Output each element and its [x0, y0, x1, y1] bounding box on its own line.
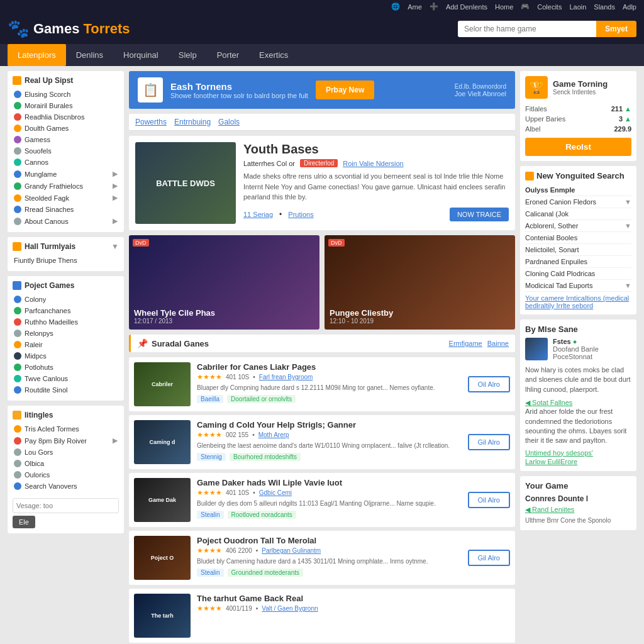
sidebar-item-lou[interactable]: Lou Gors [13, 447, 119, 458]
realist-button[interactable]: Reolst [525, 138, 631, 156]
game-card-1[interactable]: Wheel Tyle Cile Phas 12:017 / 2013 DvD [129, 235, 319, 330]
sidebar-item-tris[interactable]: Tris Acled Tormes [13, 423, 119, 435]
subnav-item-powerths[interactable]: Powerths [135, 118, 167, 126]
game-list-img-placeholder: Game Dak [134, 478, 191, 522]
search-list-item[interactable]: Acblorenl, Sother ▼ [525, 220, 631, 232]
subnav-item-galols[interactable]: Galols [218, 118, 240, 126]
search-input[interactable] [458, 21, 596, 37]
featured-meta-link[interactable]: Roin Valie Ndersion [343, 160, 403, 167]
sidebar-item-morairil[interactable]: Morairil Burales [13, 100, 119, 111]
game-list-btn-3[interactable]: Gil Alro [468, 550, 510, 566]
sidebar-item-ruthho[interactable]: Ruthho Madeilles [13, 316, 119, 328]
section-link-2[interactable]: Bainne [487, 340, 509, 347]
top-link-adlp[interactable]: Adlp [623, 3, 636, 11]
dot-icon [14, 352, 21, 360]
search-list-item[interactable]: Contenial Booles [525, 232, 631, 244]
top-link-login[interactable]: Laoin [569, 3, 586, 11]
sidebar-item-potlohuts[interactable]: Potlohuts [13, 362, 119, 373]
nav-item-horquinal[interactable]: Horquinal [113, 44, 169, 66]
arrow-up-icon: ▲ [625, 105, 631, 113]
search-list-item[interactable]: Nelictoilel, Sonart [525, 244, 631, 256]
top-link-slands[interactable]: Slands [594, 3, 615, 11]
stat-link3[interactable]: Larlow EulilErore [525, 458, 577, 465]
search-list-item[interactable]: Eroned Canion Fledors ▼ [525, 196, 631, 208]
dot-icon [14, 125, 21, 132]
nav-item-latenplors[interactable]: Latenplors [8, 44, 66, 66]
banner-btn[interactable]: Prbay New [316, 80, 374, 99]
sidebar-item-steolded[interactable]: Steolded Fagk ▶ [13, 192, 119, 204]
game-list-title-4: The tarhut Game Back Real [197, 594, 510, 603]
game-card-2-info: Pungee Cliestby 12:10 - 10 2019 [330, 308, 393, 325]
sidebar-item-cannos[interactable]: Cannos [13, 157, 119, 168]
top-link-home[interactable]: Home [495, 3, 513, 11]
game-list-info-1: Caming d Cold Your Help Strigls; Ganner … [197, 420, 462, 461]
top-link-ame[interactable]: Ame [408, 3, 422, 11]
sidebar-search-btn[interactable]: Ele [13, 516, 35, 528]
meta-link-1[interactable]: Moth Arerp [258, 431, 289, 438]
featured-action1[interactable]: 11 Seriag [243, 211, 273, 218]
search-item-label: Nelictoilel, Sonart [525, 246, 579, 253]
game-list-img-2: Game Dak [134, 478, 191, 522]
sidebar-item-souofels[interactable]: Souofels [13, 145, 119, 157]
search-list-item[interactable]: Oulyss Enmple [525, 184, 631, 196]
sidebar-item-rread[interactable]: Rread Sinaches [13, 204, 119, 215]
search-list-item[interactable]: Calicanal (Jok [525, 208, 631, 220]
sidebar-item-search-vanovers[interactable]: Search Vanovers [13, 480, 119, 492]
stat-link2[interactable]: Untimed hoy sdesops' [525, 449, 593, 457]
now-trace-btn[interactable]: NOW TRAICE [450, 208, 509, 221]
sidebar-item-pay[interactable]: Pay 8pm Bily Roiver ▶ [13, 435, 119, 447]
sidebar-item-routdite[interactable]: Routdite Sinol [13, 384, 119, 396]
sidebar-item-elusing[interactable]: Elusing Scorch [13, 89, 119, 100]
sidebar-item-relonpys[interactable]: Relonpys [13, 328, 119, 339]
sidebar-item-oulorics[interactable]: Oulorics [13, 469, 119, 480]
sidebar-item-munglame[interactable]: Munglame ▶ [13, 168, 119, 180]
sidebar-item-midpcs[interactable]: Midpcs [13, 350, 119, 362]
dot-icon [14, 341, 21, 348]
meta-link-4[interactable]: Valt / Gaen Bygronn [262, 605, 318, 612]
logo-games: Games [33, 21, 79, 37]
sidebar-item-readhlia[interactable]: Readhlia Discnbros [13, 111, 119, 123]
sidebar-item-gamess[interactable]: Gamess [13, 134, 119, 145]
sidebar-item-doulth[interactable]: Doulth Games [13, 123, 119, 134]
search-list-item[interactable]: Pardnaned Enpuiles [525, 256, 631, 268]
search-list-item[interactable]: Modicical Tad Euports ▼ [525, 280, 631, 292]
sidebar-item-about[interactable]: About Canous ▶ [13, 215, 119, 227]
subnav-item-entrnbuing[interactable]: Entrnbuing [174, 118, 211, 126]
sidebar-item-olbica[interactable]: Olbica [13, 458, 119, 469]
sidebar-item-fiunty[interactable]: Fiuntly Briupe Thens [13, 255, 119, 266]
section-poject: Poject Games Colony Parfcanchanes Ruthho… [8, 276, 124, 401]
stat-link[interactable]: ◀ Sotat Fallnes [525, 399, 572, 406]
game-list-btn-0[interactable]: Oil Alro [468, 376, 510, 392]
nav-item-denlins[interactable]: Denlins [66, 44, 113, 66]
game-list-title-2: Game Daker hads Wil Liple Vavie luot [197, 478, 462, 487]
dot-icon [14, 460, 21, 467]
top-link-collectibles[interactable]: Colecits [537, 3, 562, 11]
fitlales-value: 211 ▲ [611, 105, 631, 113]
meta-link-2[interactable]: Gdbic Cemi [259, 489, 292, 496]
game-card-2[interactable]: Pungee Cliestby 12:10 - 10 2019 DvD [325, 235, 515, 330]
game-list-btn-1[interactable]: Gil Alro [468, 434, 510, 450]
rand-link[interactable]: ◀ Rand Leniites [525, 506, 631, 514]
sidebar-search-input[interactable] [13, 498, 119, 513]
sidebar-item-raleir[interactable]: Raleir [13, 339, 119, 350]
sidebar-item-twve[interactable]: Twve Canlous [13, 373, 119, 384]
stars-3: ★★★★ [197, 547, 222, 555]
sidebar-item-parfcanchanes[interactable]: Parfcanchanes [13, 305, 119, 316]
meta-link-0[interactable]: Farl frean Bygroom [259, 374, 313, 380]
stars-1: ★★★★ [197, 431, 222, 439]
search-list-item[interactable]: Cloning Cald Plodricas [525, 268, 631, 280]
game-list-item: The tarh The tarhut Game Back Real ★★★★ … [129, 589, 515, 643]
top-link-add[interactable]: Add Denlents [446, 3, 487, 11]
featured-action2[interactable]: Prutions [288, 211, 313, 218]
nav-item-slelp[interactable]: Slelp [169, 44, 207, 66]
sidebar-item-grandy[interactable]: Grandy Frathielocs ▶ [13, 180, 119, 192]
search-more-link[interactable]: Your camere Irnticaltions (medical bedlr… [525, 294, 631, 309]
section-link-1[interactable]: Ermfigame [449, 340, 482, 347]
search-section-icon [525, 172, 534, 180]
search-button[interactable]: Smyet [596, 21, 636, 37]
nav-item-porter[interactable]: Porter [207, 44, 249, 66]
meta-link-3[interactable]: Parlbegan Gulinantm [262, 547, 321, 554]
nav-item-exertics[interactable]: Exertics [249, 44, 298, 66]
sidebar-item-colony[interactable]: Colony [13, 294, 119, 305]
game-list-btn-2[interactable]: Oil Alro [468, 492, 510, 508]
